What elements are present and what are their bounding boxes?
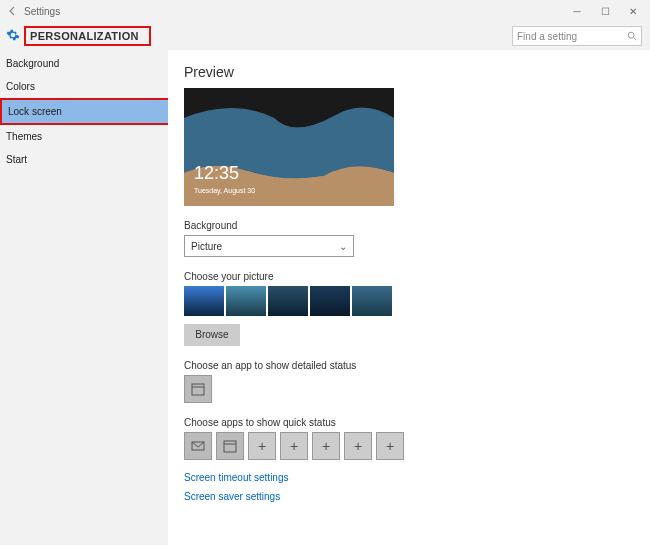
sidebar-item-lock-screen[interactable]: Lock screen: [0, 98, 170, 125]
maximize-button[interactable]: ☐: [598, 6, 612, 17]
titlebar: Settings ─ ☐ ✕: [0, 0, 650, 22]
minimize-button[interactable]: ─: [570, 6, 584, 17]
back-button[interactable]: [4, 2, 22, 20]
detailed-status-slot[interactable]: [184, 375, 212, 403]
svg-rect-5: [224, 441, 236, 452]
picture-thumb[interactable]: [226, 286, 266, 316]
quick-status-label: Choose apps to show quick status: [184, 417, 634, 428]
picture-thumbnails: [184, 286, 634, 316]
gear-icon: [6, 28, 20, 44]
preview-date: Tuesday, August 30: [194, 187, 255, 194]
header-row: PERSONALIZATION Find a setting: [0, 22, 650, 50]
search-icon: [627, 31, 637, 41]
svg-point-0: [628, 32, 634, 38]
quick-status-slot-empty[interactable]: +: [280, 432, 308, 460]
main-panel: Preview 12:35 Tuesday, August 30 Backgro…: [168, 50, 650, 545]
browse-button[interactable]: Browse: [184, 324, 240, 346]
quick-status-slot-empty[interactable]: +: [376, 432, 404, 460]
preview-clock: 12:35: [194, 163, 239, 184]
choose-picture-label: Choose your picture: [184, 271, 634, 282]
sidebar: Background Colors Lock screen Themes Sta…: [0, 50, 168, 545]
link-screen-timeout[interactable]: Screen timeout settings: [184, 472, 634, 483]
lock-screen-preview: 12:35 Tuesday, August 30: [184, 88, 394, 206]
svg-rect-2: [192, 384, 204, 395]
quick-status-slot-empty[interactable]: +: [248, 432, 276, 460]
picture-thumb[interactable]: [184, 286, 224, 316]
sidebar-item-themes[interactable]: Themes: [0, 125, 168, 148]
mail-icon: [191, 439, 205, 453]
picture-thumb[interactable]: [268, 286, 308, 316]
quick-status-slot-empty[interactable]: +: [344, 432, 372, 460]
search-input[interactable]: Find a setting: [512, 26, 642, 46]
window-controls: ─ ☐ ✕: [570, 6, 646, 17]
detailed-status-label: Choose an app to show detailed status: [184, 360, 634, 371]
svg-line-1: [634, 38, 637, 41]
background-dropdown-value: Picture: [191, 241, 222, 252]
sidebar-item-start[interactable]: Start: [0, 148, 168, 171]
chevron-down-icon: ⌄: [339, 241, 347, 252]
picture-thumb[interactable]: [310, 286, 350, 316]
sidebar-item-colors[interactable]: Colors: [0, 75, 168, 98]
sidebar-item-background[interactable]: Background: [0, 52, 168, 75]
background-dropdown[interactable]: Picture ⌄: [184, 235, 354, 257]
calendar-icon: [223, 439, 237, 453]
link-screen-saver[interactable]: Screen saver settings: [184, 491, 634, 502]
picture-thumb[interactable]: [352, 286, 392, 316]
quick-status-slot[interactable]: [184, 432, 212, 460]
preview-heading: Preview: [184, 64, 634, 80]
background-label: Background: [184, 220, 634, 231]
category-heading: PERSONALIZATION: [24, 26, 151, 46]
window-title: Settings: [24, 6, 60, 17]
search-placeholder: Find a setting: [517, 31, 627, 42]
close-button[interactable]: ✕: [626, 6, 640, 17]
calendar-icon: [191, 382, 205, 396]
quick-status-slot[interactable]: [216, 432, 244, 460]
quick-status-slot-empty[interactable]: +: [312, 432, 340, 460]
